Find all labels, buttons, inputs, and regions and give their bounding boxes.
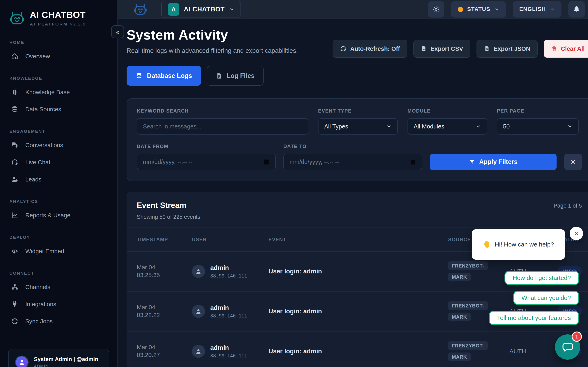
auto-refresh-button[interactable]: Auto-Refresh: Off (333, 40, 407, 58)
sidebar-item-live-chat[interactable]: Live Chat (9, 154, 108, 171)
per-page-select[interactable]: 50 (497, 118, 579, 134)
chevron-down-icon (386, 124, 392, 129)
chat-unread-badge: 1 (572, 332, 582, 342)
quick-reply-get-started[interactable]: How do I get started? (504, 271, 579, 285)
filter-panel: KEYWORD SEARCH EVENT TYPE All Types (127, 98, 588, 181)
date-from-input[interactable]: mm/dd/yyyy, --:-- -- (137, 154, 276, 170)
person-icon (195, 348, 202, 355)
row-avatar (192, 265, 205, 278)
chevron-down-icon (476, 124, 481, 129)
sidebar-item-channels[interactable]: Channels (9, 278, 108, 296)
tab-database-logs[interactable]: Database Logs (127, 66, 201, 86)
notifications-button[interactable] (568, 1, 585, 17)
wave-hand-icon (483, 240, 492, 249)
code-icon (11, 248, 18, 255)
user-role-badge: ADMIN (34, 364, 98, 367)
chevron-down-icon (550, 7, 555, 12)
bot-selector-dropdown[interactable]: A AI CHATBOT (161, 1, 241, 18)
chevron-down-icon (494, 7, 499, 12)
reset-filters-button[interactable]: × (564, 154, 582, 170)
chat-greeting-bubble: Hi! How can we help? (472, 229, 565, 260)
chat-launcher-icon (562, 341, 574, 353)
apply-filters-button[interactable]: Apply Filters (430, 154, 557, 170)
bell-icon (573, 6, 580, 13)
headset-icon (11, 159, 18, 166)
date-to-label: DATE TO (283, 143, 422, 149)
nav-section-connect: CONNECT (9, 271, 108, 276)
svg-text:CSV: CSV (423, 49, 425, 50)
tab-log-files[interactable]: Log Files (207, 66, 264, 86)
plug-icon (11, 300, 18, 308)
topbar-divider (154, 3, 154, 16)
module-select[interactable]: All Modules (407, 118, 487, 134)
quick-reply-features[interactable]: Tell me about your features (489, 311, 579, 325)
nav-section-home: HOME (9, 40, 108, 45)
event-type-label: EVENT TYPE (318, 108, 398, 114)
sidebar-collapse-button[interactable]: « (111, 25, 124, 38)
home-icon (11, 53, 18, 60)
brain-icon (11, 89, 18, 96)
page-indicator: Page 1 of 5 (554, 201, 582, 209)
person-icon (195, 268, 202, 275)
col-timestamp: TIMESTAMP (137, 237, 192, 242)
table-row[interactable]: Mar 04,03:20:27 admin88.99.140.111 User … (127, 331, 588, 367)
calendar-icon (263, 159, 269, 165)
topbar-robot-icon (134, 3, 147, 16)
sidebar-item-sync-jobs[interactable]: Sync Jobs (9, 313, 108, 330)
sidebar-item-widget-embed[interactable]: Widget Embed (9, 243, 108, 260)
event-stream-title: Event Stream (137, 201, 200, 210)
app-version: V2.2.8 (70, 22, 86, 26)
clear-all-button[interactable]: Clear All (544, 40, 588, 58)
person-icon (195, 308, 202, 315)
sidebar-item-data-sources[interactable]: Data Sources (9, 101, 108, 118)
settings-button[interactable] (428, 1, 444, 17)
file-lines-icon (216, 73, 222, 79)
user-card: System Admin | @admin ADMIN Disconnect (8, 349, 109, 367)
export-json-button[interactable]: Export JSON (476, 40, 537, 58)
sidebar: AI CHATBOT AI PLATFORM V2.2.8 « HOME Ove… (0, 0, 118, 367)
sidebar-item-integrations[interactable]: Integrations (9, 296, 108, 313)
sidebar-item-reports-usage[interactable]: Reports & Usage (9, 207, 108, 224)
user-name: System Admin | @admin (34, 356, 98, 363)
per-page-label: PER PAGE (497, 108, 579, 114)
database-icon (136, 72, 143, 79)
sitemap-icon (11, 284, 18, 291)
app-tagline: AI PLATFORM (30, 22, 68, 26)
chat-close-button[interactable]: × (570, 227, 583, 240)
quick-reply-what-can-you-do[interactable]: What can you do? (513, 291, 579, 305)
keyword-search-label: KEYWORD SEARCH (137, 108, 308, 114)
language-dropdown[interactable]: ENGLISH (513, 1, 562, 17)
file-csv-icon: CSV (421, 46, 427, 52)
keyword-search-field (137, 118, 308, 134)
file-code-icon (484, 46, 490, 52)
person-icon (18, 359, 25, 366)
sidebar-item-leads[interactable]: Leads (9, 171, 108, 188)
sidebar-item-overview[interactable]: Overview (9, 48, 108, 65)
event-stream-summary: Showing 50 of 225 events (137, 214, 200, 220)
nav-section-analytics: ANALYTICS (9, 199, 108, 204)
event-type-select[interactable]: All Types (318, 118, 398, 134)
bot-badge: A (168, 3, 179, 16)
keyword-search-input[interactable] (143, 123, 302, 130)
user-avatar (15, 356, 29, 367)
nav-section-engagement: ENGAGEMENT (9, 129, 108, 134)
chart-line-icon (11, 212, 18, 219)
nav-section-deploy: DEPLOY (9, 235, 108, 240)
page-actions: Auto-Refresh: Off CSV Export CSV Export … (333, 40, 588, 58)
topbar: A AI CHATBOT STATUS E (118, 0, 588, 19)
filter-funnel-icon (469, 159, 475, 165)
sidebar-item-conversations[interactable]: Conversations (9, 137, 108, 154)
source-badge: FRENZYBOT-MARK (448, 301, 488, 321)
user-tag-icon (11, 176, 18, 183)
robot-logo-icon (9, 11, 25, 26)
chevron-down-icon (229, 7, 234, 12)
source-badge: FRENZYBOT-MARK (448, 341, 488, 361)
sync-icon (11, 318, 18, 325)
refresh-icon (340, 45, 346, 52)
status-dropdown[interactable]: STATUS (451, 1, 506, 17)
export-csv-button[interactable]: CSV Export CSV (414, 40, 471, 58)
row-avatar (192, 305, 205, 318)
row-avatar (192, 345, 205, 358)
sidebar-item-knowledge-base[interactable]: Knowledge Base (9, 83, 108, 101)
date-to-input[interactable]: mm/dd/yyyy, --:-- -- (283, 154, 422, 170)
